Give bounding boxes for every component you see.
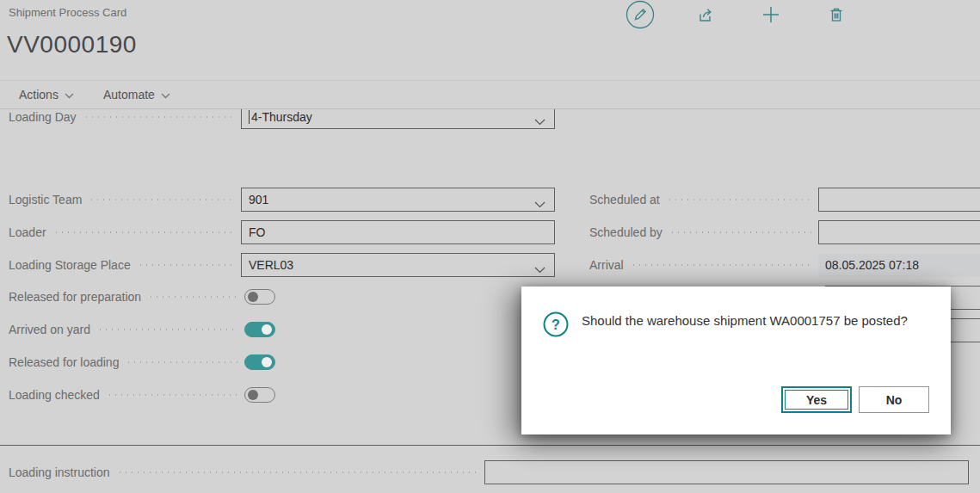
loader-value: FO <box>249 225 265 239</box>
toggle-knob <box>262 324 272 335</box>
page-title: VV0000190 <box>7 31 137 59</box>
field-row-arrived-on-yard: Arrived on yard <box>9 321 275 338</box>
loader-label: Loader <box>9 225 46 239</box>
released-for-preparation-toggle[interactable] <box>244 289 275 305</box>
arrived-on-yard-label: Arrived on yard <box>9 323 90 336</box>
scheduled-at-input[interactable] <box>818 188 980 212</box>
logistic-team-label: Logistic Team <box>9 193 82 206</box>
breadcrumb[interactable]: Shipment Process Card <box>9 6 126 19</box>
loading-storage-place-combobox[interactable]: VERL03 <box>241 253 555 277</box>
dotted-leader <box>89 194 234 206</box>
loader-input[interactable]: FO <box>241 220 555 244</box>
field-row-loading-checked: Loading checked <box>9 386 275 404</box>
field-row-scheduled-at: Scheduled at <box>589 188 980 212</box>
menu-automate[interactable]: Automate <box>103 88 170 102</box>
loading-instruction-input[interactable] <box>484 460 969 484</box>
loading-storage-place-label: Loading Storage Place <box>9 258 131 272</box>
arrival-value: 08.05.2025 07:18 <box>825 258 919 272</box>
arrival-label: Arrival <box>589 258 624 272</box>
svg-text:?: ? <box>552 317 560 332</box>
field-row-arrival: Arrival 08.05.2025 07:18 <box>589 253 980 277</box>
logistic-team-value: 901 <box>249 193 268 206</box>
logistic-team-combobox[interactable]: 901 <box>241 188 555 212</box>
edit-pencil-icon <box>626 0 655 29</box>
scheduled-by-label: Scheduled by <box>589 225 663 239</box>
toggle-knob <box>248 292 258 302</box>
dotted-leader <box>669 226 811 238</box>
delete-button[interactable] <box>822 0 851 29</box>
chevron-down-icon <box>65 88 74 102</box>
arrival-readonly-field: 08.05.2025 07:18 <box>818 254 980 277</box>
loading-day-value: 4-Thursday <box>251 110 312 124</box>
no-button[interactable]: No <box>859 386 929 413</box>
released-for-loading-toggle[interactable] <box>244 354 275 370</box>
field-row-loader: Loader FO <box>9 220 555 244</box>
dotted-leader <box>97 324 237 336</box>
chevron-down-icon <box>161 88 170 102</box>
text-cursor <box>249 110 250 124</box>
dotted-leader <box>667 194 811 206</box>
chevron-down-icon[interactable] <box>534 114 545 129</box>
dotted-leader <box>138 259 234 271</box>
dotted-leader <box>83 111 234 123</box>
add-icon <box>761 5 780 24</box>
loading-instruction-label: Loading instruction <box>9 465 110 479</box>
action-bar: Actions Automate <box>0 80 980 109</box>
dialog-message: Should the warehouse shipment WA0001757 … <box>582 313 908 328</box>
arrived-on-yard-toggle[interactable] <box>244 322 275 337</box>
dotted-leader <box>117 466 478 478</box>
new-button[interactable] <box>756 0 786 29</box>
chevron-down-icon[interactable] <box>534 262 545 277</box>
edit-button[interactable] <box>626 0 655 29</box>
menu-actions[interactable]: Actions <box>19 88 74 102</box>
field-row-scheduled-by: Scheduled by <box>589 220 980 244</box>
toggle-knob <box>262 357 272 367</box>
scheduled-by-input[interactable] <box>818 220 980 244</box>
section-divider <box>0 445 980 446</box>
dotted-leader <box>148 291 237 303</box>
released-for-loading-label: Released for loading <box>9 355 119 369</box>
delete-trash-icon <box>828 6 845 23</box>
field-row-released-for-preparation: Released for preparation <box>9 288 275 305</box>
field-row-released-for-loading: Released for loading <box>9 354 275 371</box>
dotted-leader <box>631 259 811 271</box>
dotted-leader <box>107 389 237 401</box>
card-toolbar <box>626 0 851 29</box>
field-row-logistic-team: Logistic Team 901 <box>9 188 555 212</box>
released-for-preparation-label: Released for preparation <box>9 290 141 304</box>
loading-storage-place-value: VERL03 <box>249 258 293 272</box>
dotted-leader <box>126 356 237 368</box>
toggle-knob <box>248 390 258 400</box>
share-button[interactable] <box>691 0 720 29</box>
share-icon <box>697 6 714 23</box>
confirm-dialog: ? Should the warehouse shipment WA000175… <box>521 287 951 434</box>
loading-day-label: Loading Day <box>9 110 77 124</box>
yes-button[interactable]: Yes <box>781 386 852 413</box>
menu-actions-label: Actions <box>19 88 59 102</box>
dotted-leader <box>53 226 234 238</box>
chevron-down-icon[interactable] <box>534 196 545 212</box>
field-row-loading-instruction: Loading instruction <box>9 460 969 484</box>
menu-automate-label: Automate <box>103 88 155 102</box>
question-icon: ? <box>542 311 570 338</box>
scheduled-at-label: Scheduled at <box>589 193 660 206</box>
field-row-loading-storage-place: Loading Storage Place VERL03 <box>9 253 555 277</box>
loading-checked-toggle[interactable] <box>244 387 275 403</box>
loading-checked-label: Loading checked <box>9 388 100 402</box>
